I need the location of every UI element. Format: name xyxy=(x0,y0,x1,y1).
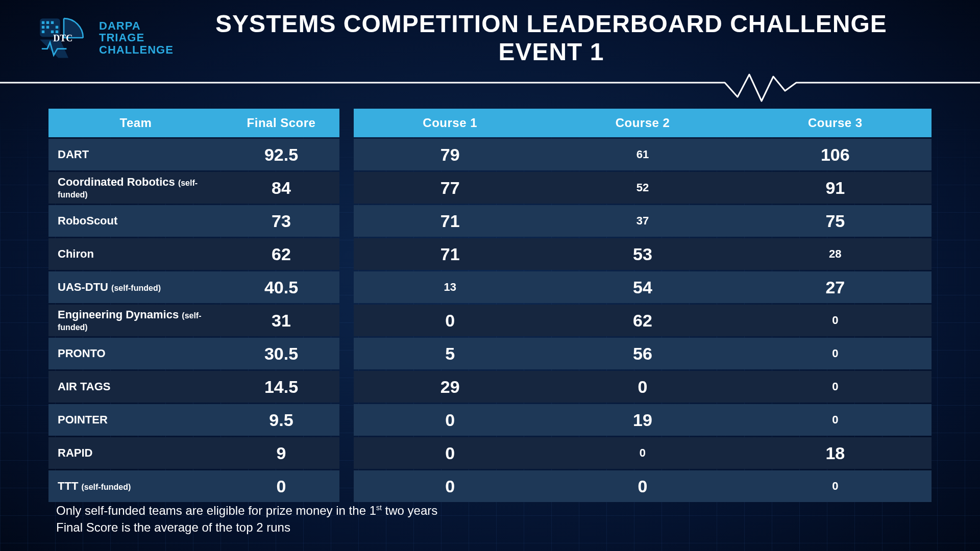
dtc-logo-icon: DTC xyxy=(36,15,92,61)
course-3-cell: 27 xyxy=(739,271,932,303)
final-score-cell: 73 xyxy=(223,205,339,237)
course-3-cell: 0 xyxy=(739,338,932,369)
team-cell: Chiron xyxy=(48,238,223,270)
table-row: 713775 xyxy=(354,205,932,237)
course-2-cell: 62 xyxy=(546,305,739,336)
team-cell: PRONTO xyxy=(48,338,223,369)
footnotes: Only self-funded teams are eligible for … xyxy=(56,503,437,536)
team-cell: POINTER xyxy=(48,404,223,436)
team-cell: RoboScout xyxy=(48,205,223,237)
svg-rect-5 xyxy=(46,26,49,29)
final-score-cell: 31 xyxy=(223,305,339,336)
team-cell: RAPID xyxy=(48,437,223,469)
svg-rect-4 xyxy=(42,26,44,29)
table-row: RAPID9 xyxy=(48,437,339,469)
course-1-cell: 0 xyxy=(354,470,546,502)
table-row: 135427 xyxy=(354,271,932,303)
col-course-3: Course 3 xyxy=(739,109,932,137)
footnote-1: Only self-funded teams are eligible for … xyxy=(56,503,437,519)
final-score-cell: 30.5 xyxy=(223,338,339,369)
final-score-cell: 40.5 xyxy=(223,271,339,303)
course-2-cell: 0 xyxy=(546,470,739,502)
course-2-cell: 54 xyxy=(546,271,739,303)
course-3-cell: 18 xyxy=(739,437,932,469)
table-row: 715328 xyxy=(354,238,932,270)
logo-text: DARPA TRIAGE CHALLENGE xyxy=(99,20,174,55)
logo-line-2: TRIAGE xyxy=(99,32,174,43)
table-courses: Course 1 Course 2 Course 3 7961106775291… xyxy=(354,107,932,504)
table-row: UAS-DTU (self-funded)40.5 xyxy=(48,271,339,303)
table-row: 000 xyxy=(354,470,932,502)
logo: DTC DARPA TRIAGE CHALLENGE xyxy=(36,15,174,61)
course-1-cell: 79 xyxy=(354,139,546,170)
col-final: Final Score xyxy=(223,109,339,137)
leaderboard: Team Final Score DART92.5Coordinated Rob… xyxy=(0,66,980,504)
course-2-cell: 53 xyxy=(546,238,739,270)
table-row: 2900 xyxy=(354,371,932,403)
svg-rect-3 xyxy=(51,21,54,24)
table-scores: Team Final Score DART92.5Coordinated Rob… xyxy=(48,107,339,504)
course-2-cell: 37 xyxy=(546,205,739,237)
table-row: Coordinated Robotics (self-funded)84 xyxy=(48,172,339,204)
course-3-cell: 0 xyxy=(739,371,932,403)
svg-rect-9 xyxy=(56,31,58,33)
course-1-cell: 13 xyxy=(354,271,546,303)
course-3-cell: 28 xyxy=(739,238,932,270)
course-2-cell: 56 xyxy=(546,338,739,369)
team-cell: DART xyxy=(48,139,223,170)
table-row: AIR TAGS14.5 xyxy=(48,371,339,403)
final-score-cell: 84 xyxy=(223,172,339,204)
course-2-cell: 0 xyxy=(546,437,739,469)
course-3-cell: 0 xyxy=(739,305,932,336)
page-title: SYSTEMS COMPETITION LEADERBOARD CHALLENG… xyxy=(174,10,949,66)
final-score-cell: 62 xyxy=(223,238,339,270)
course-3-cell: 0 xyxy=(739,404,932,436)
col-team: Team xyxy=(48,109,223,137)
final-score-cell: 9 xyxy=(223,437,339,469)
table-row: 0190 xyxy=(354,404,932,436)
course-1-cell: 0 xyxy=(354,305,546,336)
col-course-1: Course 1 xyxy=(354,109,546,137)
course-1-cell: 71 xyxy=(354,205,546,237)
table-row: 0018 xyxy=(354,437,932,469)
course-1-cell: 0 xyxy=(354,437,546,469)
svg-rect-6 xyxy=(56,26,58,29)
table-row: 5560 xyxy=(354,338,932,369)
logo-line-3: CHALLENGE xyxy=(99,44,174,56)
header: DTC DARPA TRIAGE CHALLENGE SYSTEMS COMPE… xyxy=(0,0,980,66)
svg-rect-8 xyxy=(51,31,54,33)
table-row: 0620 xyxy=(354,305,932,336)
course-3-cell: 0 xyxy=(739,470,932,502)
team-cell: TTT (self-funded) xyxy=(48,470,223,502)
course-1-cell: 71 xyxy=(354,238,546,270)
course-2-cell: 52 xyxy=(546,172,739,204)
course-3-cell: 106 xyxy=(739,139,932,170)
team-cell: UAS-DTU (self-funded) xyxy=(48,271,223,303)
course-3-cell: 75 xyxy=(739,205,932,237)
table-row: DART92.5 xyxy=(48,139,339,170)
table-row: POINTER9.5 xyxy=(48,404,339,436)
svg-rect-7 xyxy=(42,31,44,33)
course-1-cell: 29 xyxy=(354,371,546,403)
table-row: PRONTO30.5 xyxy=(48,338,339,369)
final-score-cell: 9.5 xyxy=(223,404,339,436)
course-2-cell: 61 xyxy=(546,139,739,170)
table-row: TTT (self-funded)0 xyxy=(48,470,339,502)
final-score-cell: 14.5 xyxy=(223,371,339,403)
table-row: 7961106 xyxy=(354,139,932,170)
footnote-2: Final Score is the average of the top 2 … xyxy=(56,519,437,536)
course-3-cell: 91 xyxy=(739,172,932,204)
final-score-cell: 92.5 xyxy=(223,139,339,170)
table-row: Chiron62 xyxy=(48,238,339,270)
logo-badge-text: DTC xyxy=(53,33,72,43)
svg-rect-2 xyxy=(46,21,49,24)
logo-line-1: DARPA xyxy=(99,20,174,32)
course-2-cell: 0 xyxy=(546,371,739,403)
team-cell: Engineering Dynamics (self-funded) xyxy=(48,305,223,336)
col-course-2: Course 2 xyxy=(546,109,739,137)
final-score-cell: 0 xyxy=(223,470,339,502)
course-2-cell: 19 xyxy=(546,404,739,436)
course-1-cell: 77 xyxy=(354,172,546,204)
team-cell: Coordinated Robotics (self-funded) xyxy=(48,172,223,204)
table-row: RoboScout73 xyxy=(48,205,339,237)
